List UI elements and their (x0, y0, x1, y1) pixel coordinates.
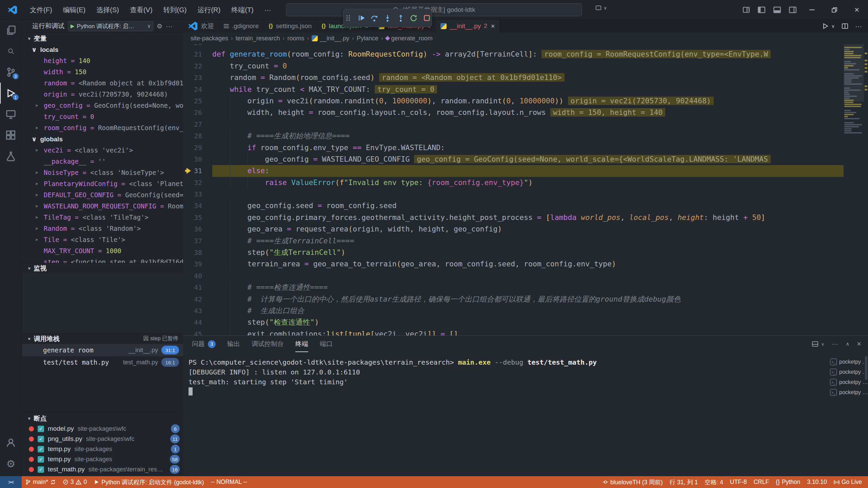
line-number[interactable]: 21 (183, 48, 212, 60)
activity-search[interactable] (0, 41, 22, 62)
line-number[interactable]: 45 (183, 328, 212, 336)
activity-run-and-debug[interactable]: 1 (0, 83, 22, 104)
line-number[interactable]: 28 (183, 130, 212, 142)
step-out-button[interactable] (396, 12, 406, 24)
panel-tab-终端[interactable]: 终端 (295, 336, 308, 352)
terminal-instance[interactable]: >_pocketpy te… (830, 387, 868, 398)
variable-row[interactable]: ∨WASTELAND_ROOM_REQUEST_CONFIG = RoomR… (22, 201, 183, 212)
remote-indicator[interactable]: >< (0, 476, 22, 488)
line-number[interactable]: 44 (183, 317, 212, 328)
line-number[interactable]: 33 (183, 188, 212, 200)
checkbox-checked[interactable]: ✓ (38, 436, 44, 442)
breakpoint-row[interactable]: ✓test_math.pysite-packages\terrain_res…1… (22, 464, 183, 474)
stack-frame[interactable]: test/test_math.pytest_math.py16:1 (22, 356, 183, 368)
more-actions-icon[interactable]: ··· (855, 22, 862, 30)
terminal-instance[interactable]: >_pocketpy te… (830, 367, 868, 377)
line-number[interactable]: 27 (183, 119, 212, 130)
activity-source-control[interactable]: 3 (0, 62, 22, 83)
line-number[interactable]: 43 (183, 305, 212, 317)
menu-7[interactable]: ··· (259, 0, 277, 20)
more-actions-icon[interactable]: ··· (166, 22, 173, 30)
watch-section-header[interactable]: ∨ 监视 (22, 263, 183, 273)
variable-row[interactable]: ∨NoiseType = <class 'NoiseType'> (22, 167, 183, 178)
status-encoding[interactable]: UTF-8 (727, 476, 750, 488)
tab-settingsjson[interactable]: {}settings.json (264, 20, 317, 33)
variable-row[interactable]: ∨Random = <class 'Random'> (22, 223, 183, 234)
minimap[interactable] (844, 44, 864, 336)
breadcrumb-item[interactable]: generate_room (386, 35, 433, 42)
line-number[interactable]: 26 (183, 107, 212, 118)
chevron-down-icon[interactable]: ∨ (821, 342, 825, 347)
scope-globals[interactable]: ∨globals (22, 134, 183, 145)
line-number[interactable]: 38 (183, 247, 212, 258)
line-number[interactable]: 34 (183, 200, 212, 211)
breadcrumb-item[interactable]: Pylance (357, 35, 378, 42)
continue-button[interactable] (357, 12, 367, 24)
checkbox-checked[interactable]: ✓ (38, 466, 44, 473)
variable-row[interactable]: ∨TileTag = <class 'TileTag'> (22, 212, 183, 223)
tab-__init__py[interactable]: __init__.py2× (436, 20, 500, 33)
breakpoint-row[interactable]: ✓temp.pysite-packages1 (22, 444, 183, 454)
line-number[interactable]: 32 (183, 177, 212, 188)
step-into-button[interactable] (383, 12, 393, 24)
close-window-button[interactable]: × (846, 0, 868, 20)
menu-3[interactable]: 查看(V) (124, 0, 158, 20)
breadcrumb[interactable]: site-packages›terrain_research›rooms›__i… (183, 33, 868, 44)
line-number[interactable]: 23 (183, 72, 212, 83)
command-center-search[interactable]: [扩展开发宿主] godot-ldtk (286, 3, 582, 16)
activity-explorer[interactable] (0, 20, 22, 41)
breadcrumb-item[interactable]: rooms (287, 35, 304, 42)
variable-row[interactable]: ∨room_config = RoomRequestConfig(env_t… (22, 122, 183, 134)
menu-1[interactable]: 编辑(E) (58, 0, 91, 20)
line-number[interactable]: 40 (183, 270, 212, 282)
variable-row[interactable]: ∨geo_config = GeoConfig(seed=None, wor… (22, 100, 183, 111)
variable-row[interactable]: origin = vec2i(7205730, 9024468) (22, 89, 183, 100)
activity-settings[interactable]: ⚙ (0, 453, 22, 474)
breakpoint-row[interactable]: ✓model.pysite-packages\wfc6 (22, 424, 183, 434)
variable-row[interactable]: try_count = 0 (22, 111, 183, 122)
code-editor[interactable]: 2021def generate_room(room_config: RoomR… (183, 44, 868, 336)
split-terminal-icon[interactable] (812, 341, 818, 347)
breakpoint-row[interactable]: ✓temp.pysite-packages58 (22, 454, 183, 464)
status-gitlens-blame[interactable]: blueloveTH (3 周前) (599, 476, 666, 488)
menu-4[interactable]: 转到(G) (158, 0, 192, 20)
variable-row[interactable]: width = 150 (22, 66, 183, 78)
activity-extensions[interactable] (0, 125, 22, 146)
variable-row[interactable]: ∨Tile = <class 'Tile'> (22, 234, 183, 245)
restore-button[interactable] (823, 0, 846, 20)
breadcrumb-item[interactable]: __init__.py (312, 35, 349, 42)
restart-button[interactable] (409, 12, 419, 24)
terminal-output[interactable]: PS C:\computer_science\godot-ldtk\site-p… (183, 352, 830, 476)
variable-row[interactable]: ∨PlanetaryWindConfig = <class 'Planeta… (22, 178, 183, 189)
close-icon[interactable]: × (491, 22, 495, 30)
stack-frame[interactable]: generate_room__init__.py31:1 (22, 344, 183, 356)
activity-accounts[interactable] (0, 432, 22, 453)
checkbox-checked[interactable]: ✓ (38, 456, 44, 463)
chevron-down-icon[interactable]: ∨ (831, 23, 835, 29)
scrollbar-thumb[interactable] (865, 356, 867, 380)
line-number[interactable]: 20 (183, 44, 212, 48)
menu-6[interactable]: 终端(T) (226, 0, 259, 20)
panel-tab-调试控制台[interactable]: 调试控制台 (252, 336, 284, 352)
toggle-sidebar-icon[interactable] (757, 6, 766, 14)
activity-remote-explorer[interactable] (0, 104, 22, 125)
panel-tab-端口[interactable]: 端口 (320, 336, 333, 352)
status-language-mode[interactable]: {}Python (772, 476, 804, 488)
menu-0[interactable]: 文件(F) (24, 0, 58, 20)
gear-icon[interactable]: ⚙ (157, 22, 162, 30)
line-number[interactable]: 29 (183, 142, 212, 154)
line-number[interactable]: 41 (183, 282, 212, 293)
status-git-branch[interactable]: main* (22, 476, 59, 488)
variable-row[interactable]: ∨vec2i = <class 'vec2i'> (22, 145, 183, 156)
line-number[interactable]: 42 (183, 293, 212, 305)
step-over-button[interactable] (370, 12, 379, 24)
activity-testing[interactable] (0, 146, 22, 167)
status-eol[interactable]: CRLF (750, 476, 772, 488)
menu-2[interactable]: 选择(S) (91, 0, 124, 20)
breadcrumb-item[interactable]: site-packages (191, 35, 228, 42)
variable-row[interactable]: random = <Random object at 0x1bf9d01e… (22, 78, 183, 89)
line-number[interactable]: 39 (183, 258, 212, 270)
line-number[interactable]: 24 (183, 84, 212, 95)
panel-tab-输出[interactable]: 输出 (227, 336, 240, 352)
more-actions-icon[interactable]: ··· (832, 340, 838, 348)
